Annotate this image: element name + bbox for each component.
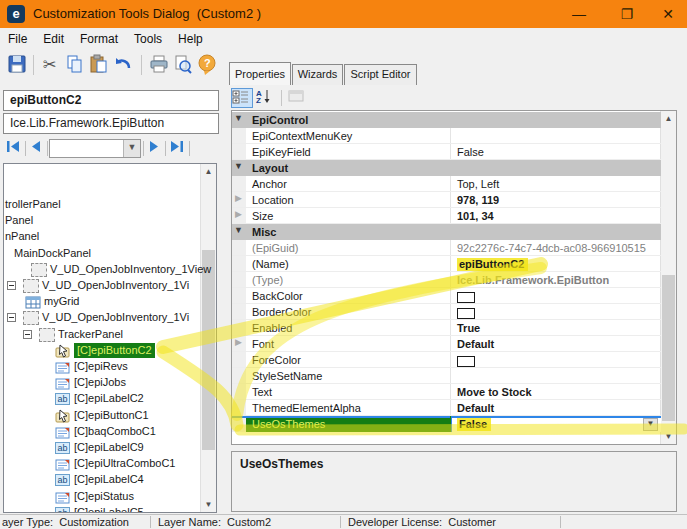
chevron-right-icon[interactable]: ▶ (235, 209, 242, 219)
tree-item-mygrid[interactable]: myGrid (4, 294, 200, 310)
property-value[interactable] (452, 352, 661, 367)
property-value[interactable]: Default (452, 336, 661, 351)
grid-scrollbar[interactable]: ▲ ▼ (660, 111, 676, 444)
copy-button[interactable] (64, 53, 88, 77)
property-value[interactable] (452, 288, 661, 303)
tree-item-cepistatus[interactable]: [C]epiStatus (4, 489, 200, 505)
property-row-epiguid[interactable]: (EpiGuid)92c2276c-74c7-4dcb-ac08-9669105… (232, 240, 661, 256)
property-row-size[interactable]: ▶Size101, 34 (232, 208, 661, 224)
record-combo[interactable]: ▼ (49, 139, 141, 158)
property-row-enabled[interactable]: EnabledTrue (232, 320, 661, 336)
tree-item-cepijobs[interactable]: [C]epiJobs (4, 375, 200, 391)
property-value[interactable]: 101, 34 (452, 208, 661, 223)
property-value[interactable]: Ice.Lib.Framework.EpiButton (452, 272, 661, 287)
property-row-forecolor[interactable]: ForeColor (232, 352, 661, 368)
scroll-down-icon[interactable]: ▼ (661, 429, 676, 444)
property-value[interactable]: Top, Left (452, 176, 661, 191)
property-row-anchor[interactable]: AnchorTop, Left (232, 176, 661, 192)
paste-button[interactable] (88, 53, 112, 77)
tree-item-cepilabelc9[interactable]: ab[C]epiLabelC9 (4, 440, 200, 456)
property-value[interactable]: Default (452, 400, 661, 415)
category-row-epicontrol[interactable]: ▼EpiControl (232, 112, 661, 128)
print-button[interactable] (148, 53, 172, 77)
chevron-right-icon[interactable]: ▶ (235, 337, 242, 347)
menu-item-edit[interactable]: Edit (35, 28, 72, 50)
menu-item-tools[interactable]: Tools (126, 28, 170, 50)
color-swatch[interactable] (457, 308, 475, 319)
alphabetical-button[interactable]: AZ (255, 88, 277, 108)
first-record-button[interactable] (5, 139, 25, 158)
chevron-right-icon[interactable]: ▶ (235, 193, 242, 203)
property-row-epicontextmenukey[interactable]: EpiContextMenuKey (232, 128, 661, 144)
tree-item-cepiultracomboc1[interactable]: [C]epiUltraComboC1 (4, 456, 200, 472)
property-row-backcolor[interactable]: BackColor (232, 288, 661, 304)
property-value[interactable]: False▼ (452, 416, 661, 432)
maximize-button[interactable]: ❐ (610, 0, 644, 28)
chevron-down-icon[interactable]: ▼ (234, 161, 243, 171)
tree-scroll-thumb[interactable] (202, 250, 215, 450)
tree-item-v_ud_openjobinventory_1vi[interactable]: V_UD_OpenJobInventory_1Vi (4, 310, 200, 326)
tree-item-cepibuttonc2[interactable]: [C]epiButtonC2 (4, 343, 200, 359)
tree-scrollbar[interactable]: ▲ ▼ (200, 164, 216, 512)
tree-item-panel[interactable]: Panel (4, 213, 200, 229)
next-record-button[interactable] (145, 139, 165, 158)
tab-wizards[interactable]: Wizards (292, 64, 343, 85)
tree-item-trollerpanel[interactable]: trollerPanel (4, 197, 200, 213)
categorized-button[interactable] (231, 88, 253, 108)
collapse-icon[interactable] (23, 330, 32, 339)
property-value[interactable]: 92c2276c-74c7-4dcb-ac08-966910515 (452, 240, 661, 255)
collapse-icon[interactable] (7, 281, 16, 290)
print-preview-button[interactable] (172, 53, 196, 77)
property-row-themedelementalpha[interactable]: ThemedElementAlphaDefault (232, 400, 661, 416)
tree-item-cepilabelc4[interactable]: ab[C]epiLabelC4 (4, 472, 200, 488)
tree-item-cepilabelc2[interactable]: ab[C]epiLabelC2 (4, 391, 200, 407)
property-row-name[interactable]: (Name)epiButtonC2 (232, 256, 661, 272)
tree-item-maindockpanel[interactable]: MainDockPanel (4, 246, 200, 262)
help-button[interactable]: ? (196, 53, 220, 77)
property-row-bordercolor[interactable]: BorderColor (232, 304, 661, 320)
property-value[interactable] (452, 304, 661, 319)
property-value[interactable]: 978, 119 (452, 192, 661, 207)
menu-item-format[interactable]: Format (72, 28, 126, 50)
grid-scroll-thumb[interactable] (662, 275, 675, 421)
minimize-button[interactable]: — (562, 0, 596, 28)
chevron-down-icon[interactable]: ▼ (123, 140, 140, 157)
scroll-up-icon[interactable]: ▲ (201, 164, 216, 179)
property-row-type[interactable]: (Type)Ice.Lib.Framework.EpiButton (232, 272, 661, 288)
property-value[interactable] (452, 368, 661, 383)
close-button[interactable]: ✕ (651, 0, 685, 28)
tree-item-cepilabelc5[interactable]: ab[C]epiLabelC5 (4, 505, 200, 513)
previous-record-button[interactable] (27, 139, 47, 158)
chevron-down-icon[interactable]: ▼ (234, 113, 243, 123)
property-row-useosthemes[interactable]: UseOsThemesFalse▼ (232, 416, 661, 432)
property-row-location[interactable]: ▶Location978, 119 (232, 192, 661, 208)
chevron-down-icon[interactable]: ▼ (234, 225, 243, 235)
menu-item-help[interactable]: Help (170, 28, 211, 50)
chevron-down-icon[interactable]: ▼ (643, 418, 658, 431)
tree-item-v_ud_openjobinventory_1vi[interactable]: V_UD_OpenJobInventory_1Vi (4, 278, 200, 294)
property-row-text[interactable]: TextMove to Stock (232, 384, 661, 400)
tab-script-editor[interactable]: Script Editor (344, 64, 417, 85)
tree-item-trackerpanel[interactable]: TrackerPanel (4, 327, 200, 343)
property-value[interactable]: True (452, 320, 661, 335)
collapse-icon[interactable] (7, 313, 16, 322)
category-row-misc[interactable]: ▼Misc (232, 224, 661, 240)
category-row-layout[interactable]: ▼Layout (232, 160, 661, 176)
save-button[interactable] (6, 53, 30, 77)
undo-button[interactable] (112, 53, 136, 77)
tree-item-cepibuttonc1[interactable]: [C]epiButtonC1 (4, 408, 200, 424)
tree-item-cepirevs[interactable]: [C]epiRevs (4, 359, 200, 375)
property-row-epikeyfield[interactable]: EpiKeyFieldFalse (232, 144, 661, 160)
color-swatch[interactable] (457, 356, 475, 367)
property-row-stylesetname[interactable]: StyleSetName (232, 368, 661, 384)
tab-properties[interactable]: Properties (229, 62, 291, 85)
property-value[interactable] (452, 128, 661, 143)
tree-item-cbaqcomboc1[interactable]: [C]baqComboC1 (4, 424, 200, 440)
property-row-font[interactable]: ▶FontDefault (232, 336, 661, 352)
scroll-up-icon[interactable]: ▲ (661, 111, 676, 126)
property-value[interactable]: Move to Stock (452, 384, 661, 399)
tree-item-npanel[interactable]: nPanel (4, 229, 200, 245)
color-swatch[interactable] (457, 292, 475, 303)
last-record-button[interactable] (167, 139, 187, 158)
menu-item-file[interactable]: File (0, 28, 35, 50)
